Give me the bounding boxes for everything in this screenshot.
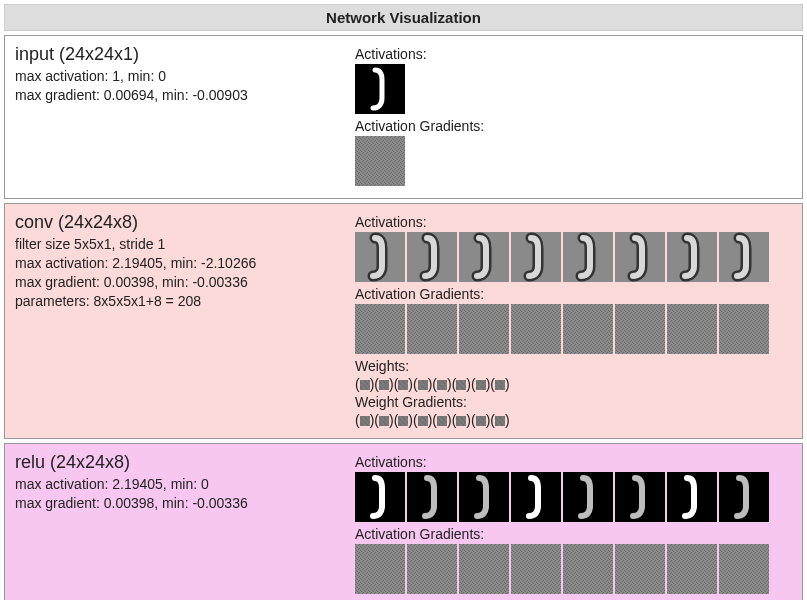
activation-thumb [563, 232, 613, 282]
weight-thumb [495, 380, 505, 390]
activation-gradients-row [355, 136, 792, 186]
layer-title: input (24x24x1) [15, 44, 345, 65]
activation-thumb [563, 472, 613, 522]
layer-meta-line: max activation: 2.19405, min: -2.10266 [15, 254, 345, 273]
activation-gradient-thumb [355, 544, 405, 594]
layer-meta-line: max gradient: 0.00398, min: -0.00336 [15, 494, 345, 513]
activation-gradient-thumb [667, 544, 717, 594]
weight-thumb [398, 380, 408, 390]
layer-title: conv (24x24x8) [15, 212, 345, 233]
activation-gradient-thumb [563, 544, 613, 594]
activation-thumb [719, 232, 769, 282]
activation-gradient-thumb [511, 304, 561, 354]
weight-thumb [418, 380, 428, 390]
activation-gradients-row [355, 544, 792, 594]
weight-gradients-label: Weight Gradients: [355, 394, 792, 410]
layer-conv: conv (24x24x8)filter size 5x5x1, stride … [4, 203, 803, 439]
activation-thumb [355, 472, 405, 522]
activation-gradients-label: Activation Gradients: [355, 118, 792, 134]
activation-gradient-thumb [615, 544, 665, 594]
weight-thumb [360, 380, 370, 390]
layer-meta-line: max gradient: 0.00694, min: -0.00903 [15, 86, 345, 105]
activation-gradient-thumb [355, 304, 405, 354]
activation-thumb [459, 472, 509, 522]
weight-gradient-thumb [360, 416, 370, 426]
activation-gradients-label: Activation Gradients: [355, 526, 792, 542]
weight-gradient-thumb [398, 416, 408, 426]
weight-gradient-thumb [456, 416, 466, 426]
layer-relu: relu (24x24x8)max activation: 2.19405, m… [4, 443, 803, 600]
activation-gradient-thumb [355, 136, 405, 186]
weight-thumb [456, 380, 466, 390]
activation-gradients-row [355, 304, 792, 354]
layer-meta-line: parameters: 8x5x5x1+8 = 208 [15, 292, 345, 311]
weights-row: ()()()()()()()() [355, 376, 792, 392]
weight-gradient-thumb [379, 416, 389, 426]
layer-meta-line: max gradient: 0.00398, min: -0.00336 [15, 273, 345, 292]
weight-thumb [476, 380, 486, 390]
activation-gradient-thumb [615, 304, 665, 354]
activations-label: Activations: [355, 214, 792, 230]
activation-thumb [615, 472, 665, 522]
activation-thumb [667, 472, 717, 522]
activation-gradient-thumb [407, 304, 457, 354]
activations-row [355, 64, 792, 114]
layer-meta-line: max activation: 2.19405, min: 0 [15, 475, 345, 494]
activation-gradient-thumb [563, 304, 613, 354]
activation-thumb [719, 472, 769, 522]
activation-gradient-thumb [459, 544, 509, 594]
weight-gradient-thumb [437, 416, 447, 426]
weight-gradient-thumb [495, 416, 505, 426]
activation-gradient-thumb [459, 304, 509, 354]
layer-title: relu (24x24x8) [15, 452, 345, 473]
activation-gradient-thumb [719, 544, 769, 594]
layer-input: input (24x24x1)max activation: 1, min: 0… [4, 35, 803, 199]
activation-thumb [511, 472, 561, 522]
weight-thumb [379, 380, 389, 390]
activation-thumb [407, 472, 457, 522]
weights-label: Weights: [355, 358, 792, 374]
activation-thumb [355, 64, 405, 114]
weight-gradient-thumb [476, 416, 486, 426]
weight-gradient-thumb [418, 416, 428, 426]
weight-gradients-row: ()()()()()()()() [355, 412, 792, 428]
activation-thumb [615, 232, 665, 282]
weight-thumb [437, 380, 447, 390]
activation-thumb [459, 232, 509, 282]
activation-gradient-thumb [667, 304, 717, 354]
activation-thumb [511, 232, 561, 282]
activation-gradient-thumb [407, 544, 457, 594]
activation-gradient-thumb [719, 304, 769, 354]
activation-gradients-label: Activation Gradients: [355, 286, 792, 302]
layer-meta-line: max activation: 1, min: 0 [15, 67, 345, 86]
activations-label: Activations: [355, 46, 792, 62]
activations-label: Activations: [355, 454, 792, 470]
page-title: Network Visualization [4, 4, 803, 31]
activation-gradient-thumb [511, 544, 561, 594]
layer-meta-line: filter size 5x5x1, stride 1 [15, 235, 345, 254]
activation-thumb [407, 232, 457, 282]
activations-row [355, 472, 792, 522]
activations-row [355, 232, 792, 282]
activation-thumb [667, 232, 717, 282]
activation-thumb [355, 232, 405, 282]
